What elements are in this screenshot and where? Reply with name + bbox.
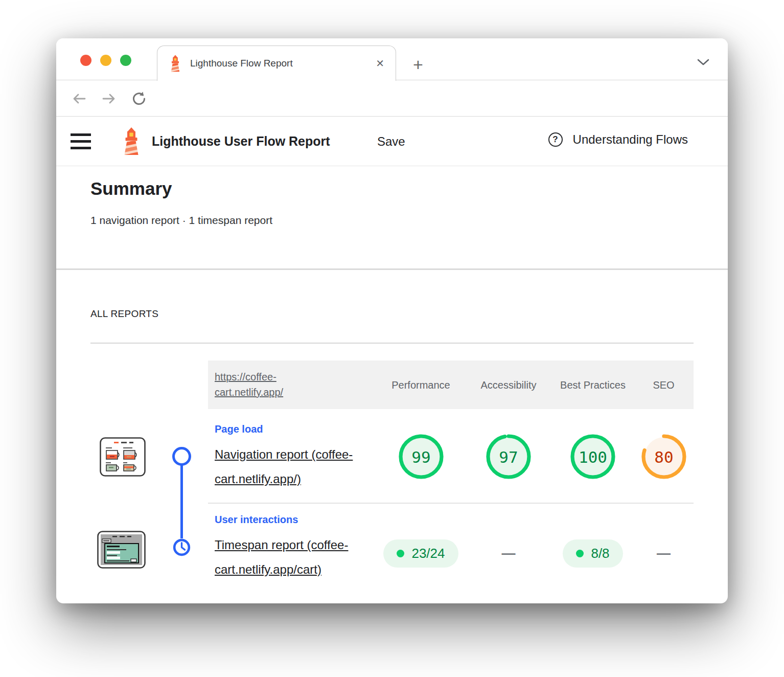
column-header-accessibility: Accessibility — [465, 360, 552, 409]
score-gauge: 99 — [397, 433, 445, 481]
zoom-window-button[interactable] — [120, 55, 131, 66]
score-cell: 23/24 — [377, 504, 465, 603]
summary-section: Summary 1 navigation report · 1 timespan… — [56, 166, 728, 268]
score-cell: — — [465, 504, 552, 603]
report-app-header: Lighthouse User Flow Report Save ? Under… — [56, 117, 728, 166]
browser-toolbar: file:///Users/username/Documents/chrome/… — [56, 81, 728, 117]
score-value: 80 — [654, 448, 673, 466]
all-reports-heading: ALL REPORTS — [90, 308, 158, 320]
column-header-seo: SEO — [634, 360, 694, 409]
no-score-dash: — — [657, 546, 671, 561]
chevron-down-icon[interactable] — [697, 59, 709, 66]
hamburger-menu-icon[interactable] — [71, 132, 91, 150]
section-divider — [56, 268, 728, 270]
audit-count-value: 8/8 — [591, 546, 609, 561]
help-label: Understanding Flows — [573, 132, 688, 147]
score-cell: 99 — [377, 409, 465, 504]
pass-dot-icon — [576, 550, 584, 557]
column-header-best-practices: Best Practices — [552, 360, 634, 409]
understanding-flows-link[interactable]: ? Understanding Flows — [548, 132, 688, 147]
score-value: 100 — [579, 448, 607, 466]
lighthouse-logo — [121, 126, 142, 156]
score-gauge: 100 — [569, 433, 617, 481]
score-value: 97 — [499, 448, 518, 466]
report-link[interactable]: Timespan report (coffee-cart.netlify.app… — [215, 533, 386, 582]
report-link[interactable]: Navigation report (coffee-cart.netlify.a… — [215, 442, 386, 491]
score-cell: — — [634, 504, 694, 603]
score-cell: 97 — [465, 409, 552, 504]
browser-tab[interactable]: Lighthouse Flow Report ✕ — [157, 46, 396, 81]
report-row: Page load Navigation report (coffee-cart… — [56, 409, 728, 504]
summary-title: Summary — [90, 178, 172, 199]
browser-window: Lighthouse Flow Report ✕ + — [56, 38, 728, 603]
score-cell: 100 — [552, 409, 634, 504]
reload-icon[interactable] — [131, 91, 147, 107]
score-value: 99 — [411, 448, 430, 466]
help-circle-icon: ? — [548, 132, 563, 147]
score-gauge: 97 — [485, 433, 533, 481]
report-row: User interactions Timespan report (coffe… — [56, 504, 728, 603]
forward-arrow-icon[interactable] — [101, 92, 117, 105]
report-kind-label: User interactions — [215, 514, 298, 526]
score-cell: 80 — [634, 409, 694, 504]
pass-dot-icon — [397, 550, 404, 557]
summary-subtitle: 1 navigation report · 1 timespan report — [90, 214, 272, 227]
audit-count-badge: 23/24 — [383, 539, 458, 568]
close-window-button[interactable] — [80, 55, 91, 66]
no-score-dash: — — [502, 546, 516, 561]
reports-table-header: https://coffee-cart.netlify.app/ Perform… — [208, 360, 694, 409]
report-kind-label: Page load — [215, 423, 263, 435]
screenshot-stage: Lighthouse Flow Report ✕ + — [0, 0, 784, 677]
tab-close-icon[interactable]: ✕ — [374, 57, 386, 70]
site-url-link[interactable]: https://coffee-cart.netlify.app/ — [215, 369, 325, 400]
app-title: Lighthouse User Flow Report — [152, 134, 330, 149]
audit-count-badge: 8/8 — [563, 539, 622, 568]
reports-divider — [90, 343, 694, 344]
save-button[interactable]: Save — [377, 134, 405, 149]
column-header-performance: Performance — [377, 360, 465, 409]
macos-traffic-lights — [80, 55, 131, 66]
lighthouse-favicon — [169, 55, 182, 72]
new-tab-icon[interactable]: + — [413, 56, 423, 73]
browser-titlebar: Lighthouse Flow Report ✕ + — [56, 38, 728, 80]
minimize-window-button[interactable] — [100, 55, 111, 66]
score-gauge: 80 — [640, 433, 688, 481]
score-cell: 8/8 — [552, 504, 634, 603]
back-arrow-icon[interactable] — [72, 92, 87, 105]
audit-count-value: 23/24 — [411, 546, 445, 561]
tab-title: Lighthouse Flow Report — [190, 58, 374, 69]
